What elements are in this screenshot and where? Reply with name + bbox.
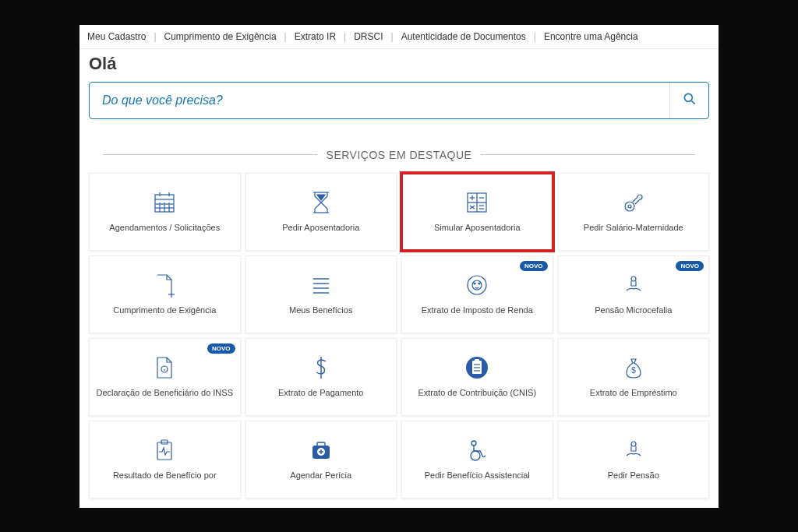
search-box xyxy=(89,82,709,119)
hourglass-icon xyxy=(310,189,332,216)
service-card[interactable]: NOVOPensão Microcefalia xyxy=(558,255,710,333)
nav-drsci[interactable]: DRSCI xyxy=(354,31,383,42)
separator: | xyxy=(284,31,287,42)
greeting: Olá xyxy=(79,49,719,82)
service-label: Cumprimento de Exigência xyxy=(113,305,216,315)
service-card[interactable]: Extrato de Contribuição (CNIS) xyxy=(401,338,553,416)
service-card[interactable]: Meus Benefícios xyxy=(245,255,397,333)
separator: | xyxy=(391,31,394,42)
svg-point-24 xyxy=(628,205,631,208)
svg-point-35 xyxy=(631,277,636,281)
nav-encontre-agencia[interactable]: Encontre uma Agência xyxy=(544,31,638,42)
service-label: Simular Aposentadoria xyxy=(434,222,521,233)
svg-point-23 xyxy=(625,202,634,211)
service-card[interactable]: NOVODeclaração de Beneficiário do INSS xyxy=(89,338,241,416)
docplus-icon xyxy=(154,272,175,298)
svg-point-0 xyxy=(684,93,692,101)
clipboard-icon xyxy=(465,354,489,381)
nav-meu-cadastro[interactable]: Meu Cadastro xyxy=(87,31,146,42)
service-card[interactable]: Pedir Salário-Maternidade xyxy=(558,173,710,251)
separator: | xyxy=(344,31,346,42)
service-label: Agendar Perícia xyxy=(290,470,351,481)
search-wrap xyxy=(79,82,719,133)
service-card[interactable]: Extrato de Pagamento xyxy=(245,338,397,416)
svg-point-55 xyxy=(471,451,480,460)
section-header: SERVIÇOS EM DESTAQUE xyxy=(103,149,695,161)
svg-point-57 xyxy=(631,442,636,446)
nav-cumprimento[interactable]: Cumprimento de Exigência xyxy=(164,31,277,42)
service-card[interactable]: NOVOExtrato de Imposto de Renda xyxy=(401,255,553,333)
service-card[interactable]: Resultado de Benefício por xyxy=(89,421,241,499)
nav-extrato-ir[interactable]: Extrato IR xyxy=(295,31,336,42)
docinfo-icon xyxy=(154,354,175,381)
service-label: Resultado de Benefício por xyxy=(113,470,217,481)
calculator-icon xyxy=(465,189,489,216)
novo-badge: NOVO xyxy=(520,261,548,271)
care-icon xyxy=(622,437,645,463)
heartbeat-icon xyxy=(154,437,175,463)
service-card[interactable]: Cumprimento de Exigência xyxy=(89,255,241,333)
novo-badge: NOVO xyxy=(676,261,704,271)
service-label: Agendamentos / Solicitações xyxy=(109,222,220,233)
service-card[interactable]: Agendamentos / Solicitações xyxy=(89,173,241,251)
svg-point-54 xyxy=(471,441,476,446)
svg-point-31 xyxy=(468,276,486,294)
service-label: Extrato de Imposto de Renda xyxy=(422,305,533,315)
wheelchair-icon xyxy=(466,437,488,463)
service-label: Declaração de Beneficiário do INSS xyxy=(97,387,233,398)
service-label: Extrato de Contribuição (CNIS) xyxy=(418,387,536,398)
service-label: Pedir Benefício Assistencial xyxy=(425,470,530,481)
search-button[interactable] xyxy=(669,83,708,118)
service-card[interactable]: Pedir Aposentadoria xyxy=(245,173,397,251)
separator: | xyxy=(534,31,536,42)
svg-point-34 xyxy=(478,283,480,284)
medkit-icon xyxy=(309,437,333,463)
service-label: Pedir Aposentadoria xyxy=(282,222,359,233)
lion-icon xyxy=(464,272,489,298)
search-input[interactable] xyxy=(90,93,669,107)
separator: | xyxy=(154,31,156,42)
moneybag-icon: $ xyxy=(623,354,644,381)
service-card[interactable]: Simular Aposentadoria xyxy=(401,173,553,251)
svg-text:$: $ xyxy=(631,366,636,375)
svg-line-1 xyxy=(691,100,694,104)
svg-rect-42 xyxy=(475,359,479,362)
service-label: Extrato de Pagamento xyxy=(278,387,363,398)
service-label: Pedir Pensão xyxy=(608,470,659,481)
pacifier-icon xyxy=(622,189,645,216)
section-title: SERVIÇOS EM DESTAQUE xyxy=(327,149,472,161)
list-icon xyxy=(310,272,332,298)
service-label: Pedir Salário-Maternidade xyxy=(584,222,683,233)
service-label: Meus Benefícios xyxy=(289,305,352,315)
service-label: Extrato de Empréstimo xyxy=(590,387,677,398)
calendar-icon xyxy=(152,189,177,216)
divider-line xyxy=(103,154,317,155)
novo-badge: NOVO xyxy=(207,344,235,354)
service-card[interactable]: Pedir Pensão xyxy=(558,421,710,499)
nav-autenticidade[interactable]: Autenticidade de Documentos xyxy=(401,31,526,42)
svg-line-56 xyxy=(483,456,486,457)
divider-line xyxy=(481,154,695,155)
service-label: Pensão Microcefalia xyxy=(595,305,672,315)
care-icon xyxy=(622,272,645,298)
service-card[interactable]: Agendar Perícia xyxy=(245,421,397,499)
top-nav: Meu Cadastro | Cumprimento de Exigência … xyxy=(79,25,719,49)
app-frame: Meu Cadastro | Cumprimento de Exigência … xyxy=(79,25,719,508)
search-icon xyxy=(682,91,697,110)
services-grid: Agendamentos / SolicitaçõesPedir Aposent… xyxy=(79,173,719,499)
svg-point-33 xyxy=(474,283,475,284)
service-card[interactable]: $Extrato de Empréstimo xyxy=(558,338,710,416)
service-card[interactable]: Pedir Benefício Assistencial xyxy=(401,421,553,499)
dollar-icon xyxy=(312,354,330,381)
